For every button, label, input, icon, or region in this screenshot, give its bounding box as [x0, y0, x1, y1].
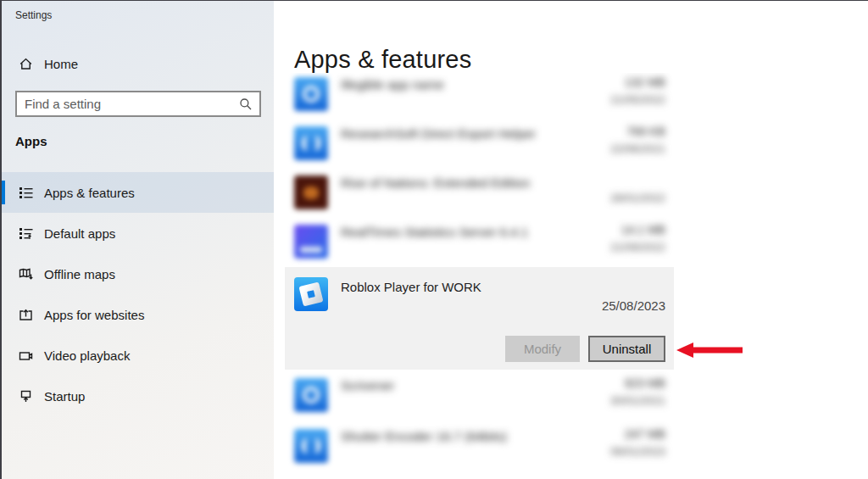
app-name: Scrivener	[341, 378, 394, 393]
app-row-blurred[interactable]: Rise of Nations: Extended Edition 26/01/…	[285, 169, 674, 218]
sidebar-item-label: Offline maps	[44, 267, 115, 281]
uninstall-button[interactable]: Uninstall	[588, 336, 665, 362]
app-list: Illegible app name 132 MB 21/05/2022 Res…	[285, 73, 674, 471]
app-date: 21/05/2022	[610, 93, 665, 106]
sidebar-item-label: Apps for websites	[44, 308, 144, 322]
app-row-blurred[interactable]: Illegible app name 132 MB 21/05/2022	[285, 73, 674, 120]
search-box	[15, 91, 261, 117]
app-size: 14.1 MB	[621, 223, 665, 237]
sidebar-item-label: Startup	[44, 389, 85, 404]
sidebar-item-label: Home	[44, 57, 78, 71]
sidebar-item-label: Default apps	[44, 226, 115, 241]
video-playback-icon	[19, 348, 33, 363]
app-size: 766 KB	[626, 125, 665, 138]
sidebar: Settings Home Apps Apps	[2, 1, 274, 479]
home-icon	[19, 57, 33, 71]
app-size: 132 MB	[625, 75, 665, 89]
app-name: Shutter Encoder 16.7 (64bits)	[341, 429, 507, 443]
sidebar-section-header: Apps	[15, 134, 47, 148]
selection-accent-bar	[2, 181, 5, 204]
app-row-roblox-selected[interactable]: Roblox Player for WORK 25/08/2023 Modify…	[285, 267, 674, 370]
sidebar-item-offline-maps[interactable]: Offline maps	[2, 253, 274, 294]
app-date: 22/06/2021	[610, 142, 665, 155]
app-date: 30/01/2021	[610, 394, 665, 407]
app-date: 21/09/2022	[610, 241, 665, 253]
app-name: ResearchSoft Direct Export Helper	[341, 126, 536, 141]
modify-button[interactable]: Modify	[505, 336, 580, 362]
startup-icon	[19, 389, 33, 404]
app-icon	[294, 175, 328, 209]
sidebar-item-startup[interactable]: Startup	[2, 376, 274, 416]
sidebar-item-home[interactable]: Home	[2, 47, 274, 81]
annotation-arrow-icon	[676, 342, 746, 359]
app-row-blurred[interactable]: Shutter Encoder 16.7 (64bits) 247 MB 06/…	[285, 421, 674, 471]
app-size: 923 MB	[625, 376, 665, 390]
sidebar-item-apps-for-websites[interactable]: Apps for websites	[2, 294, 274, 335]
app-name: Illegible app name	[341, 77, 444, 92]
window-title: Settings	[15, 9, 52, 21]
search-input[interactable]	[17, 92, 239, 115]
app-icon	[294, 225, 328, 259]
app-icon	[294, 77, 328, 111]
offline-maps-icon	[19, 267, 33, 281]
sidebar-item-label: Apps & features	[44, 186, 135, 200]
sidebar-item-label: Video playback	[44, 348, 130, 363]
app-row-blurred[interactable]: RealTimes Statistics Server 6.4.1 14.1 M…	[285, 218, 674, 267]
sidebar-item-default-apps[interactable]: Default apps	[2, 213, 274, 253]
app-icon	[294, 378, 328, 412]
page-title: Apps & features	[294, 46, 471, 74]
default-apps-icon	[19, 226, 33, 241]
app-date: 26/01/2022	[610, 192, 665, 204]
apps-for-websites-icon	[19, 308, 33, 322]
sidebar-item-apps-features[interactable]: Apps & features	[2, 172, 274, 213]
app-size: 247 MB	[625, 427, 665, 441]
app-name: Rise of Nations: Extended Edition	[341, 175, 530, 190]
settings-window: { "window": { "title": "Settings" }, "si…	[0, 0, 868, 479]
search-icon[interactable]	[239, 97, 253, 111]
roblox-app-icon	[294, 277, 328, 311]
app-row-blurred[interactable]: ResearchSoft Direct Export Helper 766 KB…	[285, 120, 674, 169]
app-icon	[294, 126, 328, 160]
app-icon	[294, 429, 328, 463]
app-name: RealTimes Statistics Server 6.4.1	[341, 225, 528, 239]
apps-features-icon	[19, 186, 33, 200]
app-install-date: 25/08/2023	[602, 298, 665, 313]
app-name: Roblox Player for WORK	[341, 280, 481, 294]
sidebar-item-video-playback[interactable]: Video playback	[2, 335, 274, 376]
app-date: 06/01/2023	[610, 445, 665, 458]
app-row-blurred[interactable]: Scrivener 923 MB 30/01/2021	[285, 370, 674, 421]
